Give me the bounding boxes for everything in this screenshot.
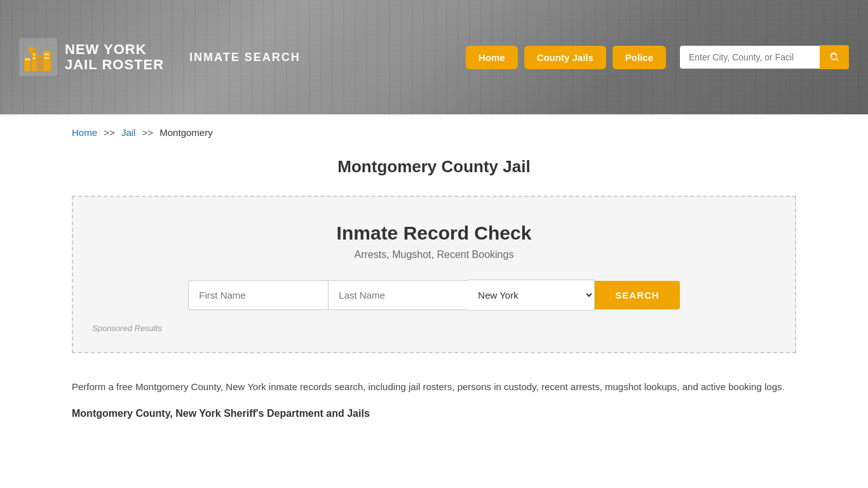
- search-button[interactable]: SEARCH: [595, 281, 679, 309]
- logo-line2: JAIL ROSTER: [65, 57, 164, 72]
- body-subheading: Montgomery County, New York Sheriff's De…: [72, 408, 796, 419]
- breadcrumb-home[interactable]: Home: [72, 127, 97, 138]
- logo-line1: NEW YORK: [65, 42, 164, 57]
- svg-rect-6: [28, 58, 30, 60]
- record-check-section: Inmate Record Check Arrests, Mugshot, Re…: [72, 196, 796, 353]
- breadcrumb-current: Montgomery: [159, 127, 212, 138]
- breadcrumb-jail[interactable]: Jail: [121, 127, 136, 138]
- nav-police-button[interactable]: Police: [613, 46, 666, 69]
- site-logo-icon: [19, 38, 57, 76]
- header-search-icon: [829, 51, 840, 63]
- state-select[interactable]: AlabamaAlaskaArizonaArkansasCaliforniaCo…: [468, 280, 595, 311]
- header-search-input[interactable]: [680, 46, 820, 69]
- svg-rect-12: [47, 57, 49, 59]
- logo-area: NEW YORK JAIL ROSTER: [19, 38, 164, 76]
- breadcrumb: Home >> Jail >> Montgomery: [72, 114, 796, 144]
- first-name-input[interactable]: [188, 280, 328, 310]
- breadcrumb-sep1: >>: [104, 127, 115, 138]
- header-search-bar: [680, 45, 849, 69]
- nav-home-button[interactable]: Home: [466, 46, 518, 69]
- body-paragraph1: Perform a free Montgomery County, New Yo…: [72, 379, 796, 395]
- record-check-subtitle: Arrests, Mugshot, Recent Bookings: [92, 249, 776, 261]
- logo-text: NEW YORK JAIL ROSTER: [65, 42, 164, 72]
- record-check-title: Inmate Record Check: [92, 222, 776, 244]
- sponsored-results-label: Sponsored Results: [92, 323, 776, 333]
- breadcrumb-sep2: >>: [142, 127, 154, 138]
- site-header: NEW YORK JAIL ROSTER INMATE SEARCH Home …: [0, 0, 868, 114]
- main-nav: Home County Jails Police: [466, 45, 849, 69]
- page-title: Montgomery County Jail: [72, 157, 796, 177]
- nav-county-jails-button[interactable]: County Jails: [524, 46, 606, 69]
- svg-rect-5: [25, 58, 27, 60]
- svg-rect-8: [33, 57, 35, 59]
- inmate-search-form: AlabamaAlaskaArizonaArkansasCaliforniaCo…: [92, 280, 776, 311]
- svg-rect-9: [44, 53, 46, 55]
- last-name-input[interactable]: [328, 280, 468, 310]
- svg-rect-10: [47, 53, 49, 55]
- main-content: Home >> Jail >> Montgomery Montgomery Co…: [59, 114, 809, 419]
- svg-rect-11: [44, 57, 46, 59]
- inmate-search-label: INMATE SEARCH: [189, 51, 301, 64]
- header-search-button[interactable]: [820, 45, 849, 69]
- svg-rect-3: [38, 55, 42, 71]
